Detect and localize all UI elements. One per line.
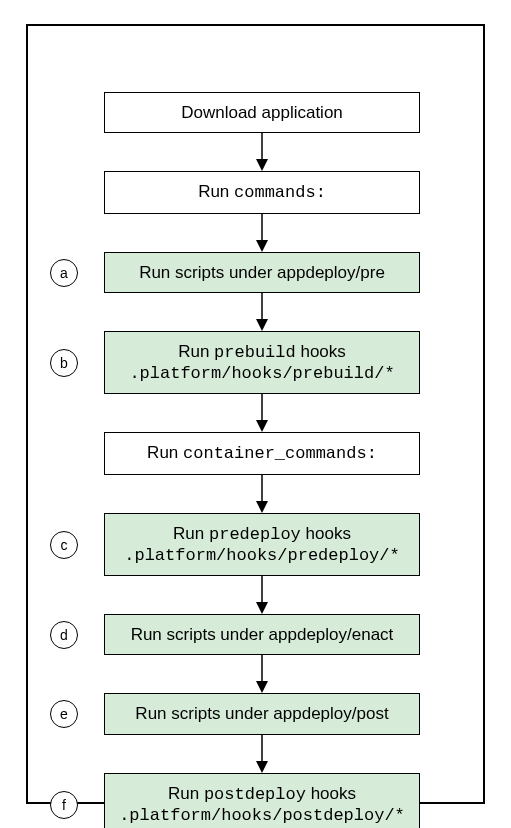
step-line2: .platform/hooks/postdeploy/* — [111, 805, 413, 826]
step-line1-suffix: hooks — [306, 784, 356, 803]
step-bullet-e: e — [50, 700, 78, 728]
step-line1: Run predeploy hooks — [111, 523, 413, 545]
step-line1-suffix: hooks — [301, 524, 351, 543]
step-box-1: Run commands: — [104, 171, 420, 213]
step-mono: commands: — [234, 183, 326, 202]
flow-column: Download applicationRun commands:Run scr… — [104, 92, 420, 828]
step-line1-prefix: Run — [173, 524, 209, 543]
step-prefix: Run — [147, 443, 183, 462]
step-line1-mono: prebuild — [214, 343, 296, 362]
step-box-5: Run predeploy hooks.platform/hooks/prede… — [104, 513, 420, 577]
svg-marker-11 — [256, 602, 268, 614]
step-text: Download application — [181, 103, 343, 122]
step-text: Run scripts under appdeploy/post — [135, 704, 388, 723]
svg-marker-9 — [256, 501, 268, 513]
step-bullet-a: a — [50, 259, 78, 287]
step-line1-mono: predeploy — [209, 525, 301, 544]
step-line1: Run prebuild hooks — [111, 341, 413, 363]
flow-arrow — [252, 655, 272, 693]
diagram-frame: Download applicationRun commands:Run scr… — [26, 24, 485, 804]
step-bullet-label: b — [60, 355, 68, 371]
svg-marker-15 — [256, 761, 268, 773]
svg-marker-7 — [256, 420, 268, 432]
step-bullet-d: d — [50, 621, 78, 649]
flow-arrow — [252, 576, 272, 614]
flow-arrow — [252, 735, 272, 773]
step-bullet-b: b — [50, 349, 78, 377]
flow-arrow — [252, 214, 272, 252]
step-bullet-label: a — [60, 265, 68, 281]
flow-arrow — [252, 475, 272, 513]
svg-marker-1 — [256, 159, 268, 171]
flow-arrow — [252, 394, 272, 432]
step-line1-prefix: Run — [178, 342, 214, 361]
step-bullet-label: c — [61, 537, 68, 553]
step-prefix: Run — [198, 182, 234, 201]
step-line1-prefix: Run — [168, 784, 204, 803]
step-bullet-f: f — [50, 791, 78, 819]
flow-arrow — [252, 293, 272, 331]
step-box-0: Download application — [104, 92, 420, 133]
step-text: Run scripts under appdeploy/pre — [139, 263, 385, 282]
step-bullet-label: f — [62, 797, 66, 813]
step-line1: Run postdeploy hooks — [111, 783, 413, 805]
step-bullet-c: c — [50, 531, 78, 559]
step-box-4: Run container_commands: — [104, 432, 420, 474]
step-line2: .platform/hooks/prebuild/* — [111, 363, 413, 384]
svg-marker-13 — [256, 681, 268, 693]
step-bullet-label: d — [60, 627, 68, 643]
flow-arrow — [252, 133, 272, 171]
svg-marker-3 — [256, 240, 268, 252]
step-line2: .platform/hooks/predeploy/* — [111, 545, 413, 566]
svg-marker-5 — [256, 319, 268, 331]
step-line1-mono: postdeploy — [204, 785, 306, 804]
step-box-3: Run prebuild hooks.platform/hooks/prebui… — [104, 331, 420, 395]
step-line1-suffix: hooks — [296, 342, 346, 361]
step-box-8: Run postdeploy hooks.platform/hooks/post… — [104, 773, 420, 829]
step-mono: container_commands: — [183, 444, 377, 463]
step-box-7: Run scripts under appdeploy/post — [104, 693, 420, 734]
step-box-2: Run scripts under appdeploy/pre — [104, 252, 420, 293]
step-box-6: Run scripts under appdeploy/enact — [104, 614, 420, 655]
step-bullet-label: e — [60, 706, 68, 722]
step-text: Run scripts under appdeploy/enact — [131, 625, 394, 644]
